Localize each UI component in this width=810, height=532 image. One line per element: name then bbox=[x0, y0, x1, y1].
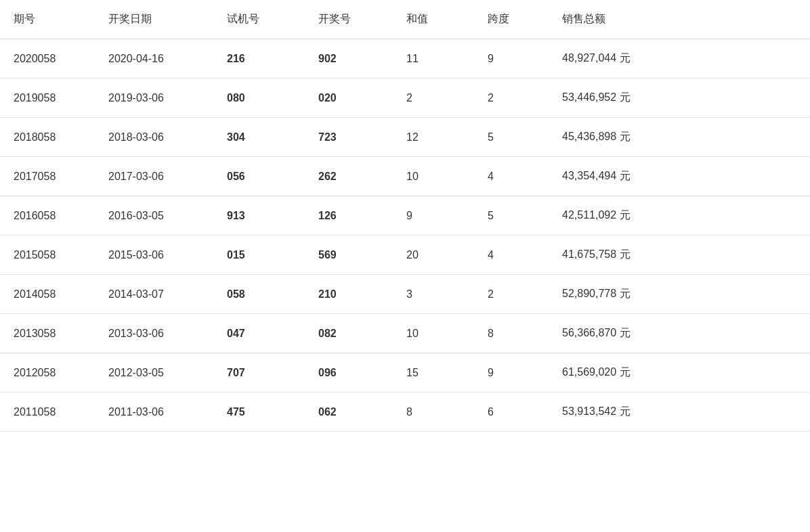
cell-span: 9 bbox=[474, 353, 549, 393]
cell-sum: 3 bbox=[393, 275, 474, 314]
table-row: 20120582012-03-0570709615961,569,020 元 bbox=[0, 353, 810, 393]
header-span: 跨度 bbox=[474, 0, 549, 39]
table-row: 20130582013-03-0604708210856,366,870 元 bbox=[0, 314, 810, 353]
cell-date: 2013-03-06 bbox=[95, 314, 213, 353]
cell-period: 2018058 bbox=[0, 118, 95, 157]
cell-winning: 210 bbox=[305, 275, 393, 314]
table-row: 20170582017-03-0605626210443,354,494 元 bbox=[0, 157, 810, 196]
cell-trial: 913 bbox=[213, 196, 305, 236]
cell-sum: 20 bbox=[393, 236, 474, 275]
table-row: 20160582016-03-059131269542,511,092 元 bbox=[0, 196, 810, 236]
cell-period: 2019058 bbox=[0, 79, 95, 118]
cell-winning: 569 bbox=[305, 236, 393, 275]
cell-sales: 61,569,020 元 bbox=[549, 353, 810, 393]
cell-winning: 902 bbox=[305, 39, 393, 79]
cell-period: 2017058 bbox=[0, 157, 95, 196]
cell-trial: 056 bbox=[213, 157, 305, 196]
cell-span: 6 bbox=[474, 393, 549, 432]
cell-span: 2 bbox=[474, 79, 549, 118]
cell-sum: 9 bbox=[393, 196, 474, 236]
cell-span: 9 bbox=[474, 39, 549, 79]
table-row: 20150582015-03-0601556920441,675,758 元 bbox=[0, 236, 810, 275]
cell-trial: 216 bbox=[213, 39, 305, 79]
cell-winning: 262 bbox=[305, 157, 393, 196]
table-row: 20200582020-04-1621690211948,927,044 元 bbox=[0, 39, 810, 79]
cell-period: 2020058 bbox=[0, 39, 95, 79]
table-row: 20190582019-03-060800202253,446,952 元 bbox=[0, 79, 810, 118]
table-row: 20110582011-03-064750628653,913,542 元 bbox=[0, 393, 810, 432]
cell-sales: 42,511,092 元 bbox=[549, 196, 810, 236]
cell-span: 4 bbox=[474, 157, 549, 196]
cell-span: 8 bbox=[474, 314, 549, 353]
table-row: 20180582018-03-0630472312545,436,898 元 bbox=[0, 118, 810, 157]
cell-trial: 058 bbox=[213, 275, 305, 314]
cell-span: 4 bbox=[474, 236, 549, 275]
lottery-table: 期号 开奖日期 试机号 开奖号 和值 跨度 销售总额 20200582020-0… bbox=[0, 0, 810, 432]
cell-date: 2019-03-06 bbox=[95, 79, 213, 118]
cell-date: 2017-03-06 bbox=[95, 157, 213, 196]
cell-trial: 475 bbox=[213, 393, 305, 432]
cell-sum: 2 bbox=[393, 79, 474, 118]
cell-sum: 10 bbox=[393, 157, 474, 196]
cell-sales: 56,366,870 元 bbox=[549, 314, 810, 353]
cell-span: 5 bbox=[474, 118, 549, 157]
cell-trial: 304 bbox=[213, 118, 305, 157]
cell-date: 2020-04-16 bbox=[95, 39, 213, 79]
header-sum: 和值 bbox=[393, 0, 474, 39]
cell-sum: 11 bbox=[393, 39, 474, 79]
cell-date: 2018-03-06 bbox=[95, 118, 213, 157]
cell-winning: 126 bbox=[305, 196, 393, 236]
header-trial: 试机号 bbox=[213, 0, 305, 39]
cell-date: 2012-03-05 bbox=[95, 353, 213, 393]
cell-sum: 15 bbox=[393, 353, 474, 393]
table-row: 20140582014-03-070582103252,890,778 元 bbox=[0, 275, 810, 314]
cell-period: 2012058 bbox=[0, 353, 95, 393]
cell-winning: 723 bbox=[305, 118, 393, 157]
header-sales: 销售总额 bbox=[549, 0, 810, 39]
cell-date: 2016-03-05 bbox=[95, 196, 213, 236]
cell-trial: 015 bbox=[213, 236, 305, 275]
cell-winning: 062 bbox=[305, 393, 393, 432]
cell-sales: 45,436,898 元 bbox=[549, 118, 810, 157]
cell-sales: 52,890,778 元 bbox=[549, 275, 810, 314]
header-winning: 开奖号 bbox=[305, 0, 393, 39]
cell-date: 2015-03-06 bbox=[95, 236, 213, 275]
cell-period: 2016058 bbox=[0, 196, 95, 236]
cell-sales: 53,913,542 元 bbox=[549, 393, 810, 432]
cell-period: 2015058 bbox=[0, 236, 95, 275]
cell-period: 2014058 bbox=[0, 275, 95, 314]
cell-sales: 48,927,044 元 bbox=[549, 39, 810, 79]
cell-winning: 096 bbox=[305, 353, 393, 393]
cell-sum: 10 bbox=[393, 314, 474, 353]
cell-period: 2013058 bbox=[0, 314, 95, 353]
cell-trial: 080 bbox=[213, 79, 305, 118]
header-period: 期号 bbox=[0, 0, 95, 39]
cell-sales: 43,354,494 元 bbox=[549, 157, 810, 196]
cell-date: 2011-03-06 bbox=[95, 393, 213, 432]
cell-span: 2 bbox=[474, 275, 549, 314]
cell-period: 2011058 bbox=[0, 393, 95, 432]
cell-trial: 707 bbox=[213, 353, 305, 393]
cell-sum: 12 bbox=[393, 118, 474, 157]
cell-date: 2014-03-07 bbox=[95, 275, 213, 314]
cell-trial: 047 bbox=[213, 314, 305, 353]
cell-winning: 020 bbox=[305, 79, 393, 118]
header-date: 开奖日期 bbox=[95, 0, 213, 39]
cell-sum: 8 bbox=[393, 393, 474, 432]
main-container: 期号 开奖日期 试机号 开奖号 和值 跨度 销售总额 20200582020-0… bbox=[0, 0, 810, 532]
table-header-row: 期号 开奖日期 试机号 开奖号 和值 跨度 销售总额 bbox=[0, 0, 810, 39]
cell-span: 5 bbox=[474, 196, 549, 236]
cell-winning: 082 bbox=[305, 314, 393, 353]
cell-sales: 53,446,952 元 bbox=[549, 79, 810, 118]
cell-sales: 41,675,758 元 bbox=[549, 236, 810, 275]
